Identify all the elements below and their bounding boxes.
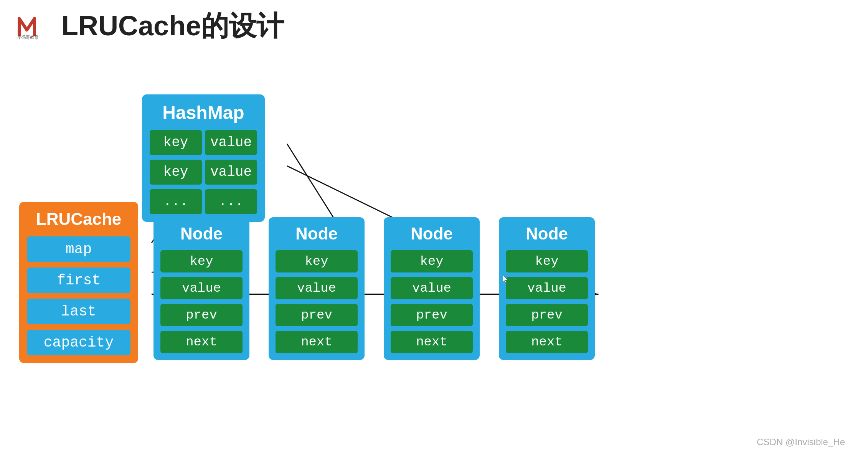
node-box-4: Node key value prev next: [499, 217, 595, 360]
lrucache-field-last: last: [27, 299, 130, 324]
node2-prev: prev: [276, 304, 358, 326]
node3-next: next: [391, 331, 473, 353]
lrucache-field-first: first: [27, 267, 130, 293]
node1-value: value: [160, 277, 243, 299]
svg-text:小码哥教育: 小码哥教育: [17, 35, 38, 40]
node4-key: key: [506, 250, 588, 272]
node-title-3: Node: [391, 224, 473, 243]
header: 小码哥教育 SEEMYGO LRUCache的设计: [0, 0, 868, 52]
hashmap-title: HashMap: [150, 102, 257, 123]
node2-key: key: [276, 250, 358, 272]
lrucache-field-map: map: [27, 236, 130, 262]
hashmap-value-2: value: [205, 160, 257, 185]
node4-value: value: [506, 277, 588, 299]
node3-key: key: [391, 250, 473, 272]
node1-key: key: [160, 250, 243, 272]
hashmap-key-2: key: [150, 160, 202, 185]
node3-prev: prev: [391, 304, 473, 326]
lrucache-field-capacity: capacity: [27, 330, 130, 355]
logo-area: 小码哥教育 SEEMYGO: [15, 13, 54, 40]
page-title: LRUCache的设计: [61, 8, 284, 45]
node-title-4: Node: [506, 224, 588, 243]
watermark: CSDN @Invisible_He: [757, 437, 845, 447]
hashmap-row-2: key value: [150, 160, 257, 185]
hashmap-key-1: key: [150, 130, 202, 155]
node2-next: next: [276, 331, 358, 353]
lrucache-title: LRUCache: [27, 210, 130, 229]
node2-value: value: [276, 277, 358, 299]
lrucache-box: LRUCache map first last capacity: [19, 202, 138, 363]
node-title-1: Node: [160, 224, 243, 243]
node-box-1: Node key value prev next: [153, 217, 249, 360]
diagram: LRUCache map first last capacity HashMap…: [0, 56, 868, 459]
node1-prev: prev: [160, 304, 243, 326]
node-box-2: Node key value prev next: [269, 217, 365, 360]
hashmap-row-3: ... ...: [150, 189, 257, 214]
hashmap-value-1: value: [205, 130, 257, 155]
hashmap-dots-2: ...: [205, 189, 257, 214]
hashmap-box: HashMap key value key value ... ...: [142, 94, 265, 222]
node-box-3: Node key value prev next: [384, 217, 480, 360]
node1-next: next: [160, 331, 243, 353]
node3-value: value: [391, 277, 473, 299]
node4-next: next: [506, 331, 588, 353]
hashmap-dots-1: ...: [150, 189, 202, 214]
logo-icon: 小码哥教育 SEEMYGO: [15, 13, 54, 40]
node4-prev: prev: [506, 304, 588, 326]
hashmap-row-1: key value: [150, 130, 257, 155]
node-title-2: Node: [276, 224, 358, 243]
